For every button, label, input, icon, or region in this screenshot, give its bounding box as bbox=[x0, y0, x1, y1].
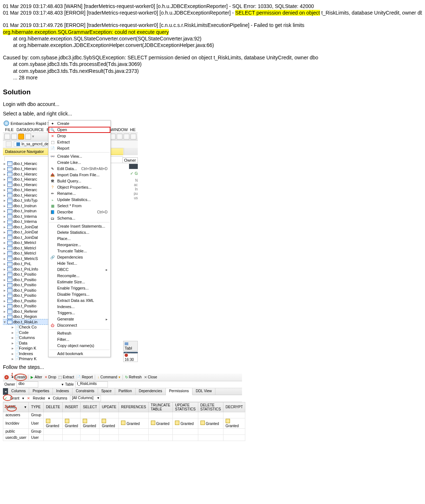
cell[interactable] bbox=[148, 434, 173, 441]
datasource-chip[interactable]: ln_sa_gmcrd_dev bbox=[14, 141, 53, 147]
table-field[interactable]: t_RiskLimits bbox=[75, 381, 108, 387]
table-row[interactable]: ▸dbo.t_Instrun bbox=[3, 203, 48, 209]
table-row[interactable]: ▸dbo.t_JoinDat bbox=[3, 224, 48, 230]
cell[interactable]: aceusers bbox=[3, 412, 29, 418]
col-delete[interactable]: DELETE bbox=[44, 402, 63, 412]
subtree-row[interactable]: ▸📄Indexes bbox=[11, 351, 48, 357]
cell[interactable] bbox=[44, 434, 63, 441]
table-row[interactable]: ▸dbo.t_Hierarc bbox=[3, 182, 48, 188]
ctx-add-bookmark[interactable]: Add bookmark bbox=[48, 351, 110, 357]
cell[interactable] bbox=[81, 428, 100, 434]
table-row[interactable]: ▸dbo.t_Positio bbox=[3, 277, 48, 283]
ctx-obj-props[interactable]: ?Object Properties... bbox=[48, 184, 110, 190]
table-row[interactable]: ▸dbo.t_Positio bbox=[3, 298, 48, 304]
tab-partition[interactable]: Partition bbox=[115, 388, 136, 395]
cell[interactable]: Granted bbox=[148, 418, 173, 428]
ctx-open[interactable]: 🔍Open bbox=[48, 127, 110, 133]
cell[interactable] bbox=[173, 428, 198, 434]
cell[interactable] bbox=[44, 428, 63, 434]
ctx-create[interactable]: ✦Create bbox=[48, 121, 110, 127]
tab-dependencies[interactable]: Dependencies bbox=[136, 388, 166, 395]
cell[interactable] bbox=[81, 412, 100, 418]
col-upstats[interactable]: UPDATE STATISTICS bbox=[173, 402, 198, 412]
cell[interactable] bbox=[148, 428, 173, 434]
tab-ddlview[interactable]: DDL View bbox=[192, 388, 215, 395]
ctx-reorganize[interactable]: Reorganize... bbox=[48, 242, 110, 248]
table-row[interactable]: ▸dbo.t_Hierarc bbox=[3, 161, 48, 166]
extract-button[interactable]: ⬚ Extract bbox=[58, 375, 74, 379]
col-insert[interactable]: INSERT bbox=[62, 402, 81, 412]
cell[interactable] bbox=[100, 434, 119, 441]
cell[interactable] bbox=[119, 428, 148, 434]
col-update[interactable]: UPDATE bbox=[100, 402, 119, 412]
tab-constraints[interactable]: Constraints bbox=[73, 388, 98, 395]
cell[interactable]: Granted bbox=[173, 418, 198, 428]
cell[interactable]: Granted bbox=[81, 418, 100, 428]
ctx-schema[interactable]: 🗂Schema... bbox=[48, 215, 110, 221]
cell[interactable] bbox=[223, 434, 245, 441]
cell[interactable] bbox=[173, 434, 198, 441]
table-row[interactable]: ▸dbo.t_Region bbox=[3, 314, 48, 319]
cell[interactable] bbox=[198, 428, 223, 434]
table-row[interactable]: ▸dbo.t_Referer bbox=[3, 309, 48, 314]
table-row[interactable]: ▸dbo.t_Hierarc bbox=[3, 177, 48, 182]
ctx-disconnect[interactable]: ⏻Disconnect bbox=[48, 322, 110, 328]
ctx-indexes[interactable]: Indexes... bbox=[48, 304, 110, 310]
cell[interactable] bbox=[223, 412, 245, 418]
subtree-row[interactable]: ▸📄Foreign K bbox=[11, 346, 48, 351]
table-row[interactable]: ▸dbo.t_PnL bbox=[3, 261, 48, 267]
table-row[interactable]: ▸dbo.t_Hierarc bbox=[3, 172, 48, 177]
ctx-hide-text[interactable]: Hide Text... bbox=[48, 260, 110, 267]
ctx-triggers[interactable]: Triggers... bbox=[48, 310, 110, 316]
col-select[interactable]: SELECT bbox=[81, 402, 100, 412]
col-delstats[interactable]: DELETE STATISTICS bbox=[198, 402, 223, 412]
owner-field[interactable]: dbo bbox=[16, 381, 38, 387]
subtree-row[interactable]: ▸📄Code bbox=[11, 330, 48, 335]
col-type[interactable]: TYPE bbox=[29, 402, 44, 412]
cell[interactable] bbox=[100, 412, 119, 418]
table-row[interactable]: ▸dbo.t_Positio bbox=[3, 272, 48, 277]
ctx-edit-data[interactable]: ✎Edit Data...Ctrl+Shift+Alt+D bbox=[48, 166, 110, 172]
cell[interactable] bbox=[100, 428, 119, 434]
ctx-disable-triggers[interactable]: Disable Triggers... bbox=[48, 291, 110, 298]
alter-button[interactable]: ▶ Alter bbox=[31, 375, 42, 379]
ctx-create-view[interactable]: 👓Create View... bbox=[48, 153, 110, 160]
tab-scroll-left[interactable]: ◂ bbox=[3, 388, 8, 395]
table-row[interactable]: ▾dbo.t_RiskLin bbox=[3, 319, 48, 325]
cell[interactable]: public bbox=[3, 428, 29, 434]
table-row[interactable]: ▸dbo.t_Instrun bbox=[3, 208, 48, 214]
subtree-row[interactable]: ▸📄Primary K bbox=[11, 356, 48, 361]
cell[interactable]: Granted bbox=[119, 418, 148, 428]
ctx-select-from[interactable]: ▦Select * From bbox=[48, 203, 110, 209]
cell[interactable] bbox=[62, 428, 81, 434]
subtree-row[interactable]: ▸📄Data bbox=[11, 340, 48, 346]
col-decrypt[interactable]: DECRYPT bbox=[223, 402, 245, 412]
tab-indexes[interactable]: Indexes bbox=[53, 388, 73, 395]
table-row[interactable]: ▸dbo.t_PnLInfo bbox=[3, 267, 48, 272]
ctx-update-stats[interactable]: ₕUpdate Statistics... bbox=[48, 197, 110, 203]
ctx-copy-names[interactable]: Copy object name(s) bbox=[48, 343, 110, 349]
col-truncate[interactable]: TRUNCATE TABLE bbox=[148, 402, 173, 412]
ctx-dependencies[interactable]: 🔗Dependencies bbox=[48, 254, 110, 260]
table-row[interactable]: ▸dbo.t_MetricS bbox=[3, 256, 48, 261]
ctx-filter[interactable]: Filter... bbox=[48, 336, 110, 343]
table-row[interactable]: ▸dbo.t_Hierarc bbox=[3, 166, 48, 172]
table-row[interactable]: ▸dbo.t_Positio bbox=[3, 282, 48, 288]
ctx-report[interactable]: 📄Report bbox=[48, 145, 110, 151]
toolbar-icon[interactable] bbox=[11, 134, 17, 139]
ctx-describe[interactable]: 📘DescribeCtrl+D bbox=[48, 209, 110, 215]
table-row[interactable]: ▸dbo.t_Metricl bbox=[3, 240, 48, 245]
cell[interactable]: User bbox=[29, 434, 44, 441]
cell[interactable] bbox=[198, 434, 223, 441]
table-row[interactable]: ▸dbo.t_Interna bbox=[3, 219, 48, 224]
cell[interactable]: Granted bbox=[223, 418, 245, 428]
table-row[interactable]: ▸dbo.t_Positio bbox=[3, 303, 48, 309]
ctx-recompile[interactable]: Recompile... bbox=[48, 273, 110, 279]
cell[interactable] bbox=[44, 412, 63, 418]
columns-dropdown[interactable]: [All Columns] ▾ bbox=[70, 395, 101, 401]
col-references[interactable]: REFERENCES bbox=[119, 402, 148, 412]
table-row[interactable]: ▸dbo.t_JoinDat bbox=[3, 229, 48, 235]
cell[interactable] bbox=[148, 412, 173, 418]
ctx-extract[interactable]: ⬚Extract bbox=[48, 139, 110, 145]
tab-permissions[interactable]: Permissions bbox=[166, 388, 192, 395]
